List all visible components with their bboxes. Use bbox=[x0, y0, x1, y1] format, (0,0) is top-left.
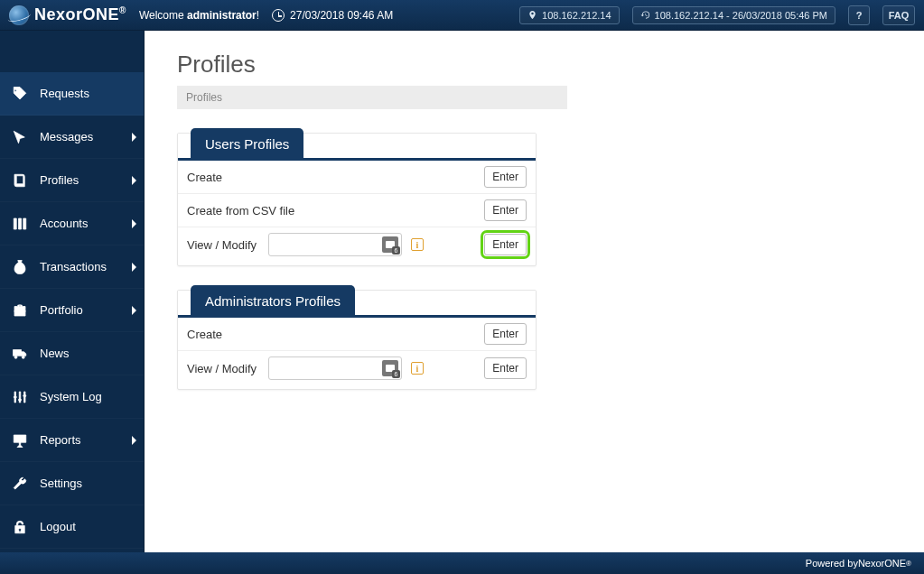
info-icon[interactable]: i bbox=[411, 238, 424, 251]
layout: RequestsMessagesProfilesAccountsTransact… bbox=[0, 31, 924, 552]
sidebar-item-accounts[interactable]: Accounts bbox=[0, 202, 144, 245]
globe-icon bbox=[9, 5, 29, 25]
sidebar-item-label: Messages bbox=[40, 130, 93, 144]
columns-icon bbox=[11, 215, 29, 233]
label-create-user: Create bbox=[187, 171, 475, 184]
label-view-modify-user: View / Modify bbox=[187, 238, 259, 252]
truck-icon bbox=[11, 345, 29, 363]
sidebar-item-label: Settings bbox=[40, 477, 82, 490]
sidebar-item-label: System Log bbox=[40, 390, 102, 403]
sidebar-item-label: Profiles bbox=[40, 173, 79, 187]
enter-button-view-modify-user[interactable]: Enter bbox=[484, 234, 527, 255]
sidebar-item-system-log[interactable]: System Log bbox=[0, 375, 144, 419]
topbar: NexorONE® Welcome administrator! 27/03/2… bbox=[0, 0, 924, 31]
row-create-admin: Create Enter bbox=[178, 318, 536, 351]
lookup-icon[interactable] bbox=[382, 360, 398, 376]
sidebar: RequestsMessagesProfilesAccountsTransact… bbox=[0, 31, 145, 552]
row-view-modify-user: View / Modify i Enter bbox=[178, 227, 536, 265]
current-ip-chip[interactable]: 108.162.212.14 bbox=[519, 6, 619, 24]
panel-tab-users: Users Profiles bbox=[191, 128, 303, 159]
sidebar-item-label: Accounts bbox=[40, 217, 88, 230]
enter-button-create-admin[interactable]: Enter bbox=[484, 323, 527, 345]
panel-users-profiles: Users Profiles Create Enter Create from … bbox=[177, 133, 537, 266]
sidebar-item-transactions[interactable]: Transactions bbox=[0, 245, 144, 289]
sidebar-item-reports[interactable]: Reports bbox=[0, 419, 144, 462]
row-create-user-csv: Create from CSV file Enter bbox=[178, 194, 536, 227]
panel-admin-profiles: Administrators Profiles Create Enter Vie… bbox=[177, 290, 537, 390]
sidebar-item-label: Transactions bbox=[40, 260, 107, 273]
enter-button-create-user-csv[interactable]: Enter bbox=[484, 199, 527, 221]
brand-name: NexorONE® bbox=[34, 5, 126, 24]
wrench-icon bbox=[11, 475, 29, 493]
faq-button[interactable]: FAQ bbox=[882, 5, 915, 25]
chevron-right-icon bbox=[132, 436, 136, 445]
enter-button-create-user[interactable]: Enter bbox=[484, 166, 527, 188]
history-icon bbox=[640, 10, 650, 20]
chevron-right-icon bbox=[132, 133, 136, 142]
footer: Powered by NexorONE® bbox=[0, 552, 924, 574]
server-datetime: 27/03/2018 09:46 AM bbox=[272, 9, 393, 22]
sidebar-item-label: Reports bbox=[40, 433, 81, 447]
book-icon bbox=[11, 171, 29, 190]
main-content: Profiles Profiles Users Profiles Create … bbox=[145, 31, 924, 552]
label-view-modify-admin: View / Modify bbox=[187, 362, 259, 375]
sidebar-item-requests[interactable]: Requests bbox=[0, 72, 144, 116]
breadcrumb: Profiles bbox=[177, 86, 567, 109]
enter-button-view-modify-admin[interactable]: Enter bbox=[484, 357, 527, 379]
row-create-user: Create Enter bbox=[178, 161, 536, 194]
presentation-icon bbox=[11, 431, 29, 449]
chevron-right-icon bbox=[132, 176, 136, 185]
sidebar-item-label: Logout bbox=[40, 520, 76, 533]
ip-history-chip[interactable]: 108.162.212.14 - 26/03/2018 05:46 PM bbox=[632, 6, 835, 24]
welcome-text: Welcome administrator! bbox=[139, 9, 259, 22]
chevron-right-icon bbox=[132, 306, 136, 315]
lock-icon bbox=[11, 518, 29, 536]
sidebar-item-profiles[interactable]: Profiles bbox=[0, 159, 144, 202]
sidebar-item-messages[interactable]: Messages bbox=[0, 116, 144, 159]
clock-icon bbox=[272, 9, 285, 22]
panel-tab-admins: Administrators Profiles bbox=[191, 285, 355, 316]
sidebar-item-logout[interactable]: Logout bbox=[0, 505, 144, 549]
sidebar-item-news[interactable]: News bbox=[0, 332, 144, 375]
svg-point-1 bbox=[19, 398, 22, 401]
help-button[interactable]: ? bbox=[848, 5, 870, 25]
label-create-user-csv: Create from CSV file bbox=[187, 204, 475, 218]
sidebar-item-label: Requests bbox=[40, 87, 89, 100]
label-create-admin: Create bbox=[187, 328, 475, 341]
moneybag-icon bbox=[11, 258, 29, 276]
chevron-right-icon bbox=[132, 219, 136, 228]
row-view-modify-admin: View / Modify i Enter bbox=[178, 351, 536, 389]
info-icon[interactable]: i bbox=[411, 362, 424, 375]
tag-icon bbox=[11, 85, 29, 103]
chevron-right-icon bbox=[132, 263, 136, 272]
svg-point-2 bbox=[23, 394, 26, 397]
page-title: Profiles bbox=[177, 51, 924, 79]
sidebar-item-label: News bbox=[40, 347, 70, 360]
briefcase-icon bbox=[11, 301, 29, 319]
location-pin-icon bbox=[527, 10, 537, 20]
sliders-icon bbox=[11, 388, 29, 406]
brand-logo[interactable]: NexorONE® bbox=[9, 5, 126, 25]
cursor-icon bbox=[11, 128, 29, 146]
sidebar-item-portfolio[interactable]: Portfolio bbox=[0, 289, 144, 332]
lookup-icon[interactable] bbox=[382, 236, 398, 253]
sidebar-item-label: Portfolio bbox=[40, 303, 83, 317]
svg-point-0 bbox=[14, 395, 16, 398]
sidebar-item-settings[interactable]: Settings bbox=[0, 462, 144, 505]
